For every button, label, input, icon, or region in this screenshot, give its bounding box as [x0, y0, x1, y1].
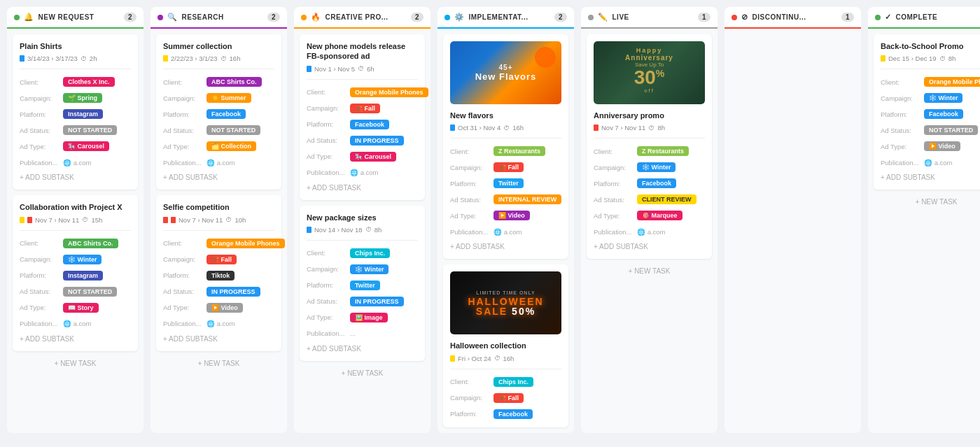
add-subtask-back-to-school-promo[interactable]: + ADD SUBTASK	[881, 172, 980, 183]
row-value: 🌐 a.com	[350, 169, 379, 176]
card-row-anniversary-promo-campaign: Campaign:❄️ Winter	[594, 161, 705, 173]
add-subtask-collaboration-project-x[interactable]: + ADD SUBTASK	[20, 334, 131, 344]
badge: ☀️ Summer	[206, 93, 251, 103]
card-collaboration-project-x: Collaboration with Project XNov 7 › Nov …	[13, 195, 138, 350]
card-row-new-phone-models-publication: Publication...🌐 a.com	[307, 166, 418, 179]
row-label: Campaign:	[594, 164, 634, 171]
column-body-creative-pro: New phone models release FB-sponsored ad…	[294, 29, 430, 433]
card-row-summer-collection-campaign: Campaign:☀️ Summer	[163, 92, 274, 104]
card-back-to-school-promo: Back-to-School PromoDec 15 › Dec 19⏱8hCl…	[874, 34, 980, 190]
add-subtask-summer-collection[interactable]: + ADD SUBTASK	[163, 172, 274, 183]
badge: ❄️ Winter	[924, 93, 962, 103]
card-row-back-to-school-promo-adstatus: Ad Status:NOT STARTED	[881, 124, 980, 136]
add-subtask-new-flavors[interactable]: + ADD SUBTASK	[450, 241, 561, 252]
add-subtask-new-phone-models[interactable]: + ADD SUBTASK	[307, 183, 418, 193]
card-date-text-selfie-competition: Nov 7 › Nov 11	[178, 216, 223, 224]
badge: Z Restaurants	[637, 146, 689, 156]
column-body-complete: Back-to-School PromoDec 15 › Dec 19⏱8hCl…	[868, 29, 980, 433]
row-label: Client:	[307, 88, 347, 96]
new-task-creative-pro[interactable]: + NEW TASK	[300, 367, 425, 380]
card-title-halloween-collection: Halloween collection	[450, 341, 561, 350]
row-label: Publication...	[594, 228, 634, 236]
row-label: Publication...	[20, 159, 60, 166]
card-row-collaboration-project-x-adstatus: Ad Status:NOT STARTED	[20, 285, 131, 298]
row-label: Publication...	[163, 320, 204, 327]
card-flag-selfie-competition	[163, 217, 168, 223]
card-date-text-new-package-sizes: Nov 14 › Nov 18	[314, 226, 363, 234]
card-row-plain-shirts-client: Client:Clothes X Inc.	[20, 76, 131, 88]
row-label: Ad Type:	[163, 143, 204, 150]
badge: 🎠 Carousel	[350, 152, 396, 162]
column-header-live: ✏️LIVE1	[581, 7, 718, 29]
row-label: Ad Type:	[594, 212, 634, 220]
card-row-plain-shirts-adtype: Ad Type:🎠 Carousel	[20, 140, 131, 152]
card-dates-plain-shirts: 3/14/23 › 3/17/23⏱2h	[20, 55, 131, 62]
card-flag-anniversary-promo	[594, 125, 598, 131]
column-header-new-request: 🔔NEW REQUEST2	[7, 7, 144, 29]
column-icon-new-request: 🔔	[24, 13, 34, 22]
badge: NOT STARTED	[206, 125, 260, 135]
column-label-research: RESEARCH	[182, 13, 224, 21]
row-value: 🌐 a.com	[206, 320, 235, 327]
card-row-new-flavors-adtype: Ad Type:▶️ Video	[450, 209, 561, 222]
add-subtask-anniversary-promo[interactable]: + ADD SUBTASK	[594, 241, 705, 252]
row-label: Client:	[450, 148, 491, 155]
add-subtask-plain-shirts[interactable]: + ADD SUBTASK	[20, 172, 131, 183]
card-date-text-back-to-school-promo: Dec 15 › Dec 19	[888, 55, 937, 62]
new-task-research[interactable]: + NEW TASK	[156, 357, 281, 370]
card-image-halloween-collection: LIMITED TIME ONLY HALLOWEEN SALE 50%	[450, 271, 561, 334]
row-label: Platform:	[594, 180, 634, 187]
card-hours-new-flavors: 16h	[512, 124, 524, 132]
card-dates-halloween-collection: Fri › Oct 24⏱16h	[450, 355, 561, 362]
badge: Chips Inc.	[350, 248, 390, 258]
badge: 🗂️ Collection	[206, 141, 256, 151]
row-label: Ad Type:	[20, 143, 60, 150]
column-count-discontinued: 1	[841, 13, 854, 22]
add-subtask-new-package-sizes[interactable]: + ADD SUBTASK	[307, 343, 418, 354]
column-label-discontinued: DISCONTINU...	[752, 13, 806, 21]
card-row-plain-shirts-campaign: Campaign:🌱 Spring	[20, 92, 131, 104]
row-label: Platform:	[20, 271, 60, 279]
row-label: Campaign:	[20, 94, 60, 102]
clock-icon-summer-collection: ⏱	[220, 55, 227, 62]
column-header-complete: ✓COMPLETE0	[868, 7, 980, 29]
column-icon-live: ✏️	[598, 13, 608, 22]
new-task-new-request[interactable]: + NEW TASK	[13, 357, 138, 370]
column-icon-research: 🔍	[167, 13, 178, 22]
badge: ❄️ Winter	[63, 255, 102, 264]
new-task-live[interactable]: + NEW TASK	[587, 264, 712, 278]
card-row-collaboration-project-x-platform: Platform:Instagram	[20, 269, 131, 282]
clock-icon-anniversary-promo: ⏱	[648, 125, 654, 132]
card-flag-summer-collection	[163, 55, 168, 62]
card-row-collaboration-project-x-publication: Publication...🌐 a.com	[20, 318, 131, 330]
card-hours-selfie-competition: 10h	[234, 216, 246, 224]
add-subtask-selfie-competition[interactable]: + ADD SUBTASK	[163, 334, 274, 344]
row-label: Client:	[307, 249, 347, 257]
row-label: Campaign:	[881, 94, 921, 102]
badge: Instagram	[63, 271, 103, 281]
card-new-flavors: 45+ New Flavors New flavorsOct 31 › Nov …	[443, 34, 568, 259]
badge: IN PROGRESS	[350, 136, 404, 146]
badge: Orange Mobile Phones	[924, 77, 980, 87]
badge: 📖 Story	[63, 303, 99, 313]
column-body-implementation: 45+ New Flavors New flavorsOct 31 › Nov …	[438, 29, 574, 433]
card-hours-anniversary-promo: 8h	[657, 124, 665, 132]
card-hours-back-to-school-promo: 8h	[948, 55, 956, 62]
card-row-new-flavors-adstatus: Ad Status:INTERNAL REVIEW	[450, 193, 561, 206]
badge: Facebook	[350, 120, 389, 129]
badge: 🍂 Fall	[493, 393, 524, 403]
card-flag2-selfie-competition	[171, 217, 176, 223]
column-label-creative-pro: CREATIVE PRO...	[326, 13, 388, 21]
badge: 🌱 Spring	[63, 93, 102, 103]
column-label-new-request: NEW REQUEST	[38, 13, 94, 21]
row-label: Ad Type:	[307, 152, 347, 160]
card-new-phone-models: New phone models release FB-sponsored ad…	[300, 34, 425, 200]
row-label: Campaign:	[450, 394, 491, 402]
column-implementation: ⚙️IMPLEMENTAT...2 45+ New Flavors New fl…	[438, 7, 574, 433]
new-task-complete[interactable]: + NEW TASK	[874, 195, 980, 208]
row-label: Publication...	[307, 169, 347, 176]
card-row-new-package-sizes-platform: Platform:Twitter	[307, 279, 418, 292]
column-dot-complete	[875, 15, 881, 20]
card-date-text-anniversary-promo: Nov 7 › Nov 11	[601, 124, 645, 132]
row-label: Client:	[881, 78, 921, 86]
